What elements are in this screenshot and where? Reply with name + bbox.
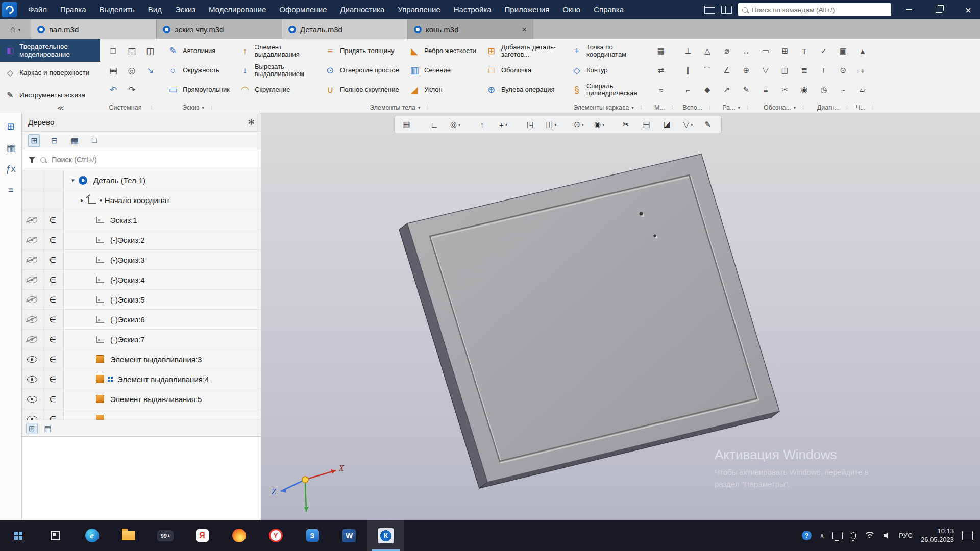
tool-icon-button[interactable]: ⌀ bbox=[717, 41, 737, 61]
view-tool-button[interactable]: ▦ bbox=[397, 117, 418, 132]
tree-search-input[interactable] bbox=[51, 155, 255, 164]
menu-item[interactable]: Эскиз bbox=[168, 0, 202, 19]
microphone-tray-icon[interactable] bbox=[851, 532, 856, 539]
tool-icon-button[interactable]: ▣ bbox=[834, 41, 853, 61]
tree-search[interactable] bbox=[22, 149, 261, 170]
taskbar-app-button[interactable]: К bbox=[368, 520, 404, 551]
visibility-eye-icon[interactable] bbox=[22, 170, 42, 190]
tab-close-icon[interactable]: × bbox=[522, 24, 527, 35]
panel-switcher-icon[interactable]: ƒx bbox=[6, 164, 15, 174]
view-tool-button[interactable]: + ▾ bbox=[493, 117, 513, 132]
ribbon-button[interactable]: ≡ Придать толщину bbox=[324, 41, 399, 61]
menu-item[interactable]: Управление bbox=[391, 0, 447, 19]
ribbon-section-label[interactable]: Диагн...⋮ bbox=[814, 103, 853, 113]
tool-icon-button[interactable]: ∥ bbox=[678, 61, 698, 80]
ribbon-button[interactable]: ⊞ Добавить деталь-заготов... bbox=[485, 41, 561, 61]
panel-switcher-icon[interactable]: ▦ bbox=[6, 142, 15, 154]
view-tool-button[interactable]: ↑ bbox=[473, 117, 493, 132]
expand-arrow-icon[interactable]: ▸ bbox=[78, 197, 86, 204]
ribbon-button[interactable]: ↑ Элемент выдавливания bbox=[239, 41, 315, 61]
view-tool-button[interactable]: ◎ ▾ bbox=[445, 117, 465, 132]
view-tool-button[interactable]: ◳ bbox=[521, 117, 541, 132]
visibility-eye-icon[interactable] bbox=[22, 270, 42, 289]
ribbon-section-label[interactable]: Системная⋮ bbox=[101, 103, 162, 113]
window-split-icon[interactable] bbox=[721, 6, 732, 14]
visibility-eye-icon[interactable] bbox=[22, 310, 42, 329]
home-button[interactable]: ⌂ ▾ bbox=[0, 19, 31, 39]
visibility-eye-icon[interactable] bbox=[22, 250, 42, 269]
tool-icon-button[interactable]: △ bbox=[698, 41, 717, 61]
menu-item[interactable]: Настройка bbox=[447, 0, 498, 19]
ribbon-section-label[interactable]: Элементы тела▾⋮ bbox=[234, 103, 566, 113]
menu-item[interactable]: Оформление bbox=[273, 0, 333, 19]
panel-switcher-icon[interactable]: ≡ bbox=[8, 185, 14, 195]
menu-item[interactable]: Моделирование bbox=[202, 0, 273, 19]
view-tool-button[interactable]: ∟ bbox=[425, 117, 445, 132]
taskbar-app-button[interactable] bbox=[220, 520, 257, 551]
document-tab[interactable]: эскиз чпу.m3d bbox=[157, 19, 282, 39]
panel-switcher-icon[interactable]: ⊞ bbox=[7, 121, 14, 132]
command-search-input[interactable] bbox=[751, 6, 887, 14]
tool-icon-button[interactable]: ⊙ bbox=[834, 61, 853, 80]
mode-button[interactable]: ✎ Инструменты эскиза bbox=[0, 84, 100, 107]
tool-icon-button[interactable]: ⌐ bbox=[678, 80, 698, 99]
ribbon-button[interactable]: + Точка по координатам bbox=[571, 41, 647, 61]
taskbar-app-button[interactable]: 3 bbox=[294, 520, 331, 551]
visibility-eye-icon[interactable] bbox=[22, 230, 42, 249]
ribbon-section-label[interactable]: Вспо...⋮ bbox=[678, 103, 717, 113]
tool-icon-button[interactable]: + bbox=[853, 61, 872, 80]
tree-row[interactable]: ∈ (-)Эскиз:5 bbox=[22, 290, 261, 310]
system-tool-icon[interactable]: □ bbox=[104, 41, 122, 61]
maximize-button[interactable] bbox=[927, 0, 950, 19]
ribbon-button[interactable]: ◣ Ребро жесткости bbox=[408, 41, 476, 61]
tool-icon-button[interactable]: ↔ bbox=[737, 41, 756, 61]
system-tool-icon[interactable]: ▤ bbox=[104, 61, 122, 80]
tree-row[interactable]: ∈ Эскиз:1 bbox=[22, 210, 261, 230]
tree-row[interactable]: ∈ (-)Эскиз:4 bbox=[22, 270, 261, 290]
view-tool-button[interactable]: ◫ ▾ bbox=[541, 117, 561, 132]
visibility-eye-icon[interactable] bbox=[22, 290, 42, 309]
taskbar-app-button[interactable]: e bbox=[74, 520, 110, 551]
view-tool-button[interactable]: ◉ ▾ bbox=[589, 117, 609, 132]
tree-row[interactable]: ∈ (-)Эскиз:6 bbox=[22, 310, 261, 330]
tool-icon-button[interactable]: ✎ bbox=[737, 80, 756, 99]
mode-button[interactable]: ◧ Твердотельное моделирование bbox=[0, 39, 100, 62]
tool-icon-button[interactable]: ⊕ bbox=[737, 61, 756, 80]
view-tool-button[interactable]: ▤ bbox=[637, 117, 657, 132]
tree-row[interactable]: ∈ (-)Эскиз:3 bbox=[22, 250, 261, 270]
ribbon-button[interactable]: ◢ Уклон bbox=[408, 80, 476, 99]
ribbon-section-label[interactable]: Обозна...▾⋮ bbox=[756, 103, 814, 113]
get-help-icon[interactable]: ? bbox=[802, 531, 812, 540]
ribbon-section-label[interactable]: Элементы каркаса▾⋮ bbox=[566, 103, 651, 113]
window-layout-icon[interactable] bbox=[704, 6, 715, 14]
view-tool-button[interactable]: ⊙ ▾ bbox=[569, 117, 589, 132]
gear-icon[interactable]: ✻ bbox=[248, 117, 255, 127]
tray-expand-chevron-icon[interactable]: ∧ bbox=[820, 532, 824, 539]
ribbon-section-label[interactable]: М...⋮ bbox=[651, 103, 678, 113]
tool-icon-button[interactable]: ~ bbox=[834, 80, 853, 99]
tool-icon-button[interactable]: ! bbox=[814, 61, 834, 80]
menu-item[interactable]: Выделить bbox=[93, 0, 141, 19]
ribbon-section-label[interactable]: Ч...⋮ bbox=[853, 103, 879, 113]
tool-icon-button[interactable]: ▽ bbox=[756, 61, 775, 80]
view-tool-button[interactable]: ◪ bbox=[657, 117, 678, 132]
tree-row[interactable]: ▾ Деталь (Тел-1) bbox=[22, 170, 261, 190]
3d-scene[interactable]: X Z bbox=[261, 113, 980, 520]
display-tray-icon[interactable] bbox=[832, 532, 843, 539]
wifi-icon[interactable] bbox=[864, 532, 875, 539]
menu-item[interactable]: Вид bbox=[141, 0, 168, 19]
tool-icon-button[interactable]: ≈ bbox=[651, 80, 671, 99]
notification-center-icon[interactable] bbox=[962, 531, 973, 540]
system-tool-icon[interactable]: ↶ bbox=[104, 80, 122, 99]
close-button[interactable]: × bbox=[957, 0, 980, 19]
tree-row[interactable]: ∈ bbox=[22, 409, 261, 420]
menu-item[interactable]: Приложения bbox=[498, 0, 556, 19]
mode-button[interactable]: ◇ Каркас и поверхности bbox=[0, 62, 100, 84]
menu-item[interactable]: Справка bbox=[587, 0, 630, 19]
language-indicator[interactable]: РУС bbox=[899, 532, 913, 539]
system-tool-icon[interactable]: ↷ bbox=[122, 80, 141, 99]
taskbar-app-button[interactable]: W bbox=[331, 520, 368, 551]
system-tool-icon[interactable]: ◎ bbox=[122, 61, 141, 80]
taskbar-app-button[interactable]: Y bbox=[257, 520, 294, 551]
tool-icon-button[interactable]: ↗ bbox=[717, 80, 737, 99]
